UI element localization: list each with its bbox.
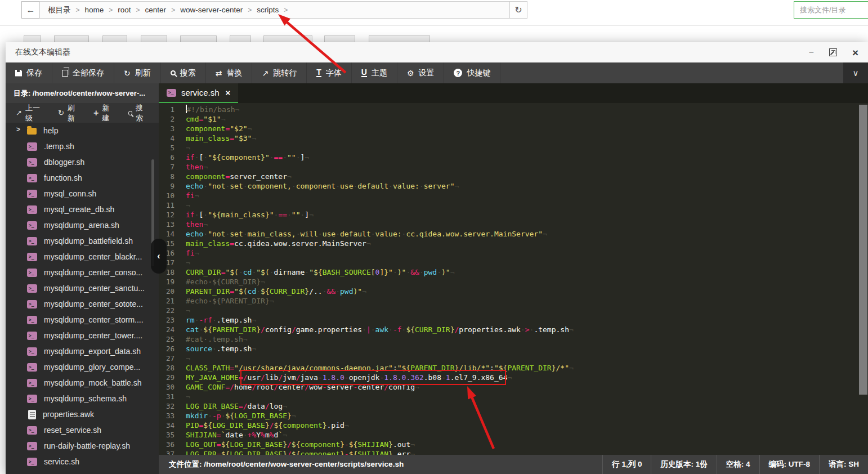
file-search-input[interactable] [800,6,866,14]
toolbar-replace-button[interactable]: ⇄替换 [206,62,253,83]
toolbar-collapse-button[interactable]: ∨ [843,62,868,83]
file-item[interactable]: >_mysqldump_center_conso... [6,265,159,280]
toolbar-save-button[interactable]: 保存 [6,62,52,83]
editor-titlebar[interactable]: 在线文本编辑器 − × [6,42,868,62]
code-line[interactable]: 29MY_JAVA_HOME=/usr/lib/jvm/java-1.8.0-o… [159,373,868,382]
breadcrumb-item[interactable]: scripts [257,6,279,14]
code-line[interactable]: 28CLASS_PATH="/usr/share/java/commons-da… [159,363,868,373]
file-item[interactable]: >_mysqldump_battlefield.sh [6,233,159,249]
code-line[interactable]: 18CURR_DIR="$(·cd·"$(·dirname·"${BASH_SO… [159,267,868,277]
code-line[interactable]: 9echo·"not·set·component,·component·use·… [159,181,868,191]
sidebar-action-plus[interactable]: +新建 [93,103,115,123]
toolbar-search-button[interactable]: 搜索 [161,62,206,83]
maximize-icon[interactable] [829,48,837,56]
file-item[interactable]: >_mysqldump_arena.sh [6,217,159,233]
file-item[interactable]: >_mysqldump_schema.sh [6,391,159,406]
sidebar-action-up[interactable]: ↗上一级 [16,103,44,123]
code-area[interactable]: 1#!/bin/bash¬2cmd="$1"¬3component="$2"¬4… [159,103,868,474]
file-item[interactable]: >_.temp.sh [6,138,159,154]
code-line[interactable]: 25#cat·.temp.sh¬ [159,334,868,344]
editor-scrollbar[interactable] [859,105,867,395]
code-line[interactable]: 5¬ [159,143,868,153]
toolbar-goto-line-button[interactable]: ↗跳转行 [252,62,307,83]
code-line[interactable]: 33mkdir·-p·${LOG_DIR_BASE}¬ [159,411,868,421]
code-line[interactable]: 13then¬ [159,220,868,229]
toolbar-settings-button[interactable]: ⚙设置 [397,62,445,83]
file-item[interactable]: >_reset_service.sh [6,422,159,438]
line-number: 32 [159,401,179,411]
code-line[interactable]: 17¬ [159,258,868,267]
chevron-right-icon[interactable]: > [16,126,20,133]
code-line[interactable]: 3component="$2"¬ [159,124,868,133]
back-button[interactable]: ← [21,1,40,19]
file-item[interactable]: >_function.sh [6,170,159,186]
code-line[interactable]: 1#!/bin/bash¬ [159,105,868,114]
code-line[interactable]: 14echo·"not·set·main_class,·will·use·def… [159,229,868,239]
code-line[interactable]: 30GAME_CONF=/home/root/center/wow-server… [159,382,868,392]
file-item[interactable]: >_service.sh [6,454,159,469]
close-icon[interactable]: × [852,47,858,58]
code-text: ¬ [179,143,190,153]
code-line[interactable]: 2cmd="$1"¬ [159,114,868,124]
file-item[interactable]: >_mysql_create_db.sh [6,202,159,217]
code-line[interactable]: 4main_class="$3"¬ [159,133,868,143]
code-line[interactable]: 10fi¬ [159,191,868,200]
code-line[interactable]: 27¬ [159,354,868,363]
toolbar-shortcut-button[interactable]: ?快捷键 [444,62,500,83]
code-line[interactable]: 15main_class=cc.qidea.wow.server.MainSer… [159,239,868,248]
breadcrumb-refresh-button[interactable]: ↻ [509,1,527,19]
tab-service-sh[interactable]: >_ service.sh × [159,83,238,103]
shell-file-icon: >_ [27,253,37,261]
file-item[interactable]: >help [6,123,159,138]
toolbar-save-all-button[interactable]: 全部保存 [52,62,114,83]
code-line[interactable]: 31¬ [159,392,868,401]
file-item[interactable]: >_dblogger.sh [6,154,159,170]
code-line[interactable]: 11¬ [159,200,868,210]
file-item[interactable]: >_mysqldump_center_sotote... [6,296,159,312]
code-line[interactable]: 24cat·${PARENT_DIR}/config/game.properti… [159,325,868,334]
toolbar-font-button[interactable]: T字体 [307,62,352,83]
code-line[interactable]: 34PID=${LOG_DIR_BASE}/${component}.pid¬ [159,421,868,430]
code-line[interactable]: 8component=server_center¬ [159,172,868,181]
code-line[interactable]: 23rm·-rf·.temp.sh¬ [159,315,868,325]
code-line[interactable]: 6if·[·"${component}"·==·""·]¬ [159,153,868,162]
sidebar-collapse-handle[interactable]: ‹ [151,239,167,274]
code-line[interactable]: 26source·.temp.sh¬ [159,344,868,354]
code-line[interactable]: 20PARENT_DIR="$(cd·${CURR_DIR}/..·&&·pwd… [159,287,868,296]
code-line[interactable]: 19#echo·${CURR_DIR}¬ [159,277,868,287]
breadcrumb-item[interactable]: home [85,6,104,14]
minimize-icon[interactable]: − [809,48,814,57]
breadcrumb-item[interactable]: wow-server-center [180,6,243,14]
code-line[interactable]: 22¬ [159,306,868,315]
tab-close-icon[interactable]: × [226,88,231,97]
code-text: CURR_DIR="$(·cd·"$(·dirname·"${BASH_SOUR… [179,267,455,277]
code-line[interactable]: 12if·[·"${main_class}"·==·""·]¬ [159,210,868,220]
code-line[interactable]: 7then¬ [159,162,868,172]
code-line[interactable]: 35SHIJIAN=`date·+%Y%m%d`¬ [159,430,868,440]
sidebar-action-refresh[interactable]: ↻刷新 [58,103,80,123]
file-item[interactable]: >_mysqldump_center_sanctu... [6,280,159,296]
code-line[interactable]: 16fi¬ [159,248,868,258]
code-line[interactable]: 21#echo·${PARENT_DIR}¬ [159,296,868,306]
breadcrumb-item[interactable]: root [118,6,131,14]
code-line[interactable]: 36LOG_OUT=${LOG_DIR_BASE}/${component}-$… [159,440,868,449]
sidebar-action-search[interactable]: 搜索 [128,103,149,123]
toolbar-theme-button[interactable]: U主题 [352,62,397,83]
file-item[interactable]: >_mysqldump_export_data.sh [6,343,159,359]
file-name: mysqldump_arena.sh [44,221,119,230]
file-item[interactable]: >_mysql_conn.sh [6,186,159,202]
file-item[interactable]: >_mysqldump_center_blackr... [6,249,159,265]
file-search-box[interactable] [794,1,868,19]
code-text: #cat·.temp.sh¬ [179,334,248,344]
breadcrumb-item[interactable]: 根目录 [48,5,71,15]
breadcrumb-item[interactable]: center [145,6,167,14]
file-item[interactable]: >_mysqldump_glory_compe... [6,359,159,375]
file-item[interactable]: >_mysqldump_center_tower.... [6,328,159,343]
file-item[interactable]: >_mysqldump_center_storm.... [6,312,159,328]
file-item[interactable]: properties.awk [6,406,159,422]
shell-file-icon: >_ [167,89,176,97]
toolbar-refresh-button[interactable]: ↻刷新 [114,62,161,83]
code-line[interactable]: 32LOG_DIR_BASE=/data/log¬ [159,401,868,411]
file-item[interactable]: >_run-daily-battle-replay.sh [6,438,159,454]
file-item[interactable]: >_mysqldump_mock_battle.sh [6,375,159,391]
